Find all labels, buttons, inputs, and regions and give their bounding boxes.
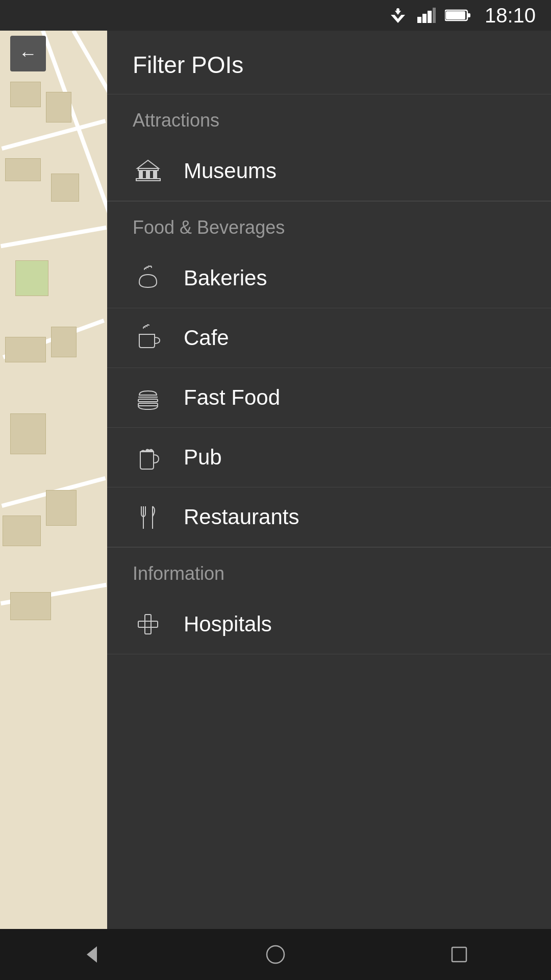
svg-rect-23 bbox=[138, 621, 158, 627]
svg-rect-6 bbox=[428, 11, 432, 23]
svg-point-3 bbox=[396, 8, 399, 11]
pub-label: Pub bbox=[184, 445, 222, 470]
fast-food-label: Fast Food bbox=[184, 385, 280, 410]
panel-header: Filter POIs bbox=[107, 31, 551, 94]
side-panel: Filter POIs Attractions Museums Food & B… bbox=[107, 31, 551, 929]
signal-icon bbox=[417, 8, 436, 23]
menu-item-bakeries[interactable]: Bakeries bbox=[107, 249, 551, 308]
hospitals-label: Hospitals bbox=[184, 612, 272, 636]
nav-recent-button[interactable] bbox=[439, 934, 480, 975]
cafe-label: Cafe bbox=[184, 326, 229, 350]
museum-icon bbox=[133, 156, 163, 186]
menu-item-restaurants[interactable]: Restaurants bbox=[107, 487, 551, 547]
svg-marker-13 bbox=[137, 160, 159, 168]
svg-rect-22 bbox=[145, 615, 151, 634]
bottom-nav bbox=[0, 929, 551, 980]
battery-icon bbox=[445, 8, 470, 22]
svg-rect-7 bbox=[433, 8, 436, 23]
wifi-icon bbox=[388, 8, 408, 23]
section-attractions: Attractions bbox=[107, 94, 551, 141]
restaurant-icon bbox=[133, 502, 163, 532]
svg-rect-18 bbox=[138, 403, 158, 406]
svg-rect-9 bbox=[467, 13, 470, 17]
svg-rect-14 bbox=[139, 170, 142, 179]
restaurants-label: Restaurants bbox=[184, 505, 299, 529]
fastfood-icon bbox=[133, 382, 163, 413]
nav-back-button[interactable] bbox=[71, 934, 112, 975]
nav-home-button[interactable] bbox=[255, 934, 296, 975]
museums-label: Museums bbox=[184, 159, 277, 183]
menu-item-museums[interactable]: Museums bbox=[107, 141, 551, 201]
bakery-icon bbox=[133, 263, 163, 293]
hospital-icon bbox=[133, 609, 163, 640]
svg-rect-15 bbox=[146, 170, 149, 179]
svg-rect-16 bbox=[154, 170, 157, 179]
panel-title: Filter POIs bbox=[133, 52, 243, 78]
svg-point-25 bbox=[267, 946, 284, 963]
menu-item-pub[interactable]: Pub bbox=[107, 428, 551, 487]
status-bar: 18:10 bbox=[0, 0, 551, 31]
menu-item-hospitals[interactable]: Hospitals bbox=[107, 595, 551, 654]
map-background bbox=[0, 31, 107, 929]
svg-rect-5 bbox=[422, 14, 427, 23]
status-time: 18:10 bbox=[485, 4, 536, 27]
menu-item-cafe[interactable]: Cafe bbox=[107, 308, 551, 368]
section-food-beverages: Food & Beverages bbox=[107, 202, 551, 249]
cafe-icon bbox=[133, 323, 163, 353]
status-icons: 18:10 bbox=[388, 4, 536, 27]
menu-item-fast-food[interactable]: Fast Food bbox=[107, 368, 551, 428]
svg-marker-24 bbox=[87, 946, 97, 963]
section-information: Information bbox=[107, 548, 551, 595]
back-button[interactable]: ← bbox=[10, 36, 46, 71]
svg-rect-17 bbox=[138, 399, 158, 402]
svg-rect-26 bbox=[452, 947, 466, 962]
svg-rect-10 bbox=[446, 11, 465, 19]
svg-rect-4 bbox=[417, 17, 421, 23]
pub-icon bbox=[133, 442, 163, 473]
bakeries-label: Bakeries bbox=[184, 266, 267, 290]
back-arrow-icon: ← bbox=[19, 43, 37, 64]
